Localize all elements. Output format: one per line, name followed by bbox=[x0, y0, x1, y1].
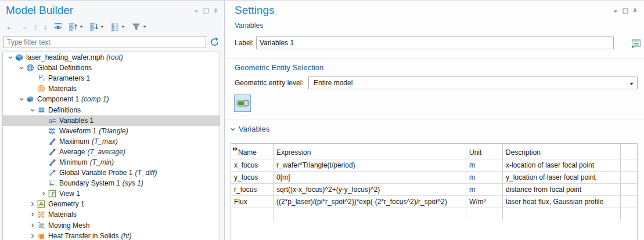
column-header-name[interactable]: Name bbox=[231, 144, 274, 159]
cell-spacer[interactable] bbox=[621, 196, 637, 208]
probe-icon bbox=[48, 147, 57, 156]
refresh-icon[interactable] bbox=[210, 37, 220, 48]
table-row-x-focus[interactable]: x_focusr_wafer*Triangle(t/period)mx-loca… bbox=[231, 159, 637, 171]
pin-icon[interactable] bbox=[213, 8, 218, 14]
label-input[interactable] bbox=[256, 37, 614, 49]
cell-expression[interactable]: r_wafer*Triangle(t/period) bbox=[274, 159, 466, 171]
up-icon[interactable]: ↑ bbox=[33, 22, 39, 31]
window-menu-icon[interactable] bbox=[613, 9, 618, 14]
tree-item-label: Component 1 bbox=[37, 95, 79, 103]
float-icon[interactable] bbox=[623, 8, 628, 14]
tree-item-maximum[interactable]: Maximum(T_max) bbox=[3, 136, 220, 147]
column-header-description[interactable]: Description bbox=[503, 144, 621, 159]
table-corner-icon[interactable] bbox=[232, 145, 239, 153]
window-menu-icon[interactable] bbox=[193, 9, 199, 14]
cell-unit[interactable]: m bbox=[466, 172, 503, 183]
cell-expression[interactable] bbox=[274, 208, 466, 220]
show-icon[interactable] bbox=[52, 21, 64, 32]
tree-item-heat-transfer-in-solids[interactable]: Heat Transfer in Solids(ht) bbox=[3, 231, 220, 240]
chevron-spacer bbox=[39, 117, 48, 125]
chevron-right-icon[interactable] bbox=[28, 200, 37, 208]
cell-spacer[interactable] bbox=[621, 159, 637, 171]
tree-item-moving-mesh[interactable]: Moving Mesh bbox=[3, 220, 220, 231]
chevron-down-icon[interactable] bbox=[28, 106, 37, 114]
cell-description[interactable]: x-location of laser focal point bbox=[503, 159, 621, 171]
back-icon[interactable]: ← bbox=[5, 22, 15, 31]
pin-icon[interactable] bbox=[632, 8, 638, 14]
geometric-entity-selection-header[interactable]: Geometric Entity Selection bbox=[235, 63, 323, 72]
tree-item-materials[interactable]: Materials bbox=[3, 83, 220, 94]
chevron-right-icon[interactable] bbox=[28, 221, 37, 230]
cell-description[interactable]: laser heat flux, Gaussian profile bbox=[503, 196, 621, 208]
filter-icon[interactable] bbox=[130, 21, 148, 32]
tree-item-geometry-1[interactable]: Geometry 1 bbox=[3, 199, 220, 209]
cell-description[interactable] bbox=[503, 208, 621, 220]
table-row-empty[interactable] bbox=[231, 208, 637, 220]
model-tree-node-text-icon[interactable] bbox=[109, 21, 127, 32]
active-toggle-button[interactable] bbox=[234, 94, 251, 112]
cell-unit[interactable]: W/m² bbox=[466, 196, 503, 208]
tree-item-global-definitions[interactable]: Global Definitions bbox=[3, 63, 220, 73]
parameters-icon: Pi bbox=[37, 74, 46, 83]
geometric-entity-level-select[interactable]: Entire model bbox=[308, 77, 638, 89]
expand-icon[interactable] bbox=[88, 21, 106, 32]
down-icon[interactable]: ↓ bbox=[42, 22, 49, 31]
variables-section-header[interactable]: Variables bbox=[230, 125, 269, 133]
tree-item-label: Global Definitions bbox=[37, 64, 92, 72]
tree-item-materials[interactable]: Materials bbox=[3, 209, 220, 220]
column-header-unit[interactable]: Unit bbox=[466, 144, 503, 159]
cell-expression[interactable]: ((2*p_laser)/(pi*r_spot^2))*exp(-(2*r_fo… bbox=[274, 196, 466, 208]
tree-item-parameters-1[interactable]: PiParameters 1 bbox=[3, 73, 220, 83]
table-row-y-focus[interactable]: y_focus0[m]my_location of laser focal po… bbox=[231, 171, 637, 183]
cell-name[interactable]: r_focus bbox=[231, 184, 274, 195]
geometric-entity-level-row: Geometric entity level: Entire model bbox=[235, 77, 638, 89]
cell-expression[interactable]: 0[m] bbox=[274, 172, 466, 183]
tree-item-label: Variables 1 bbox=[59, 117, 93, 125]
tree-item-boundary-system-1[interactable]: Boundary System 1(sys 1) bbox=[3, 178, 220, 188]
cell-expression[interactable]: sqrt((x-x_focus)^2+(y-y_focus)^2) bbox=[274, 184, 466, 195]
tree-item-label: laser_heating_wafer.mph bbox=[26, 53, 104, 61]
cell-unit[interactable]: m bbox=[466, 184, 503, 195]
cell-spacer[interactable] bbox=[621, 184, 637, 195]
tree-item-tag: (T_max) bbox=[92, 137, 118, 146]
tree-item-view-1[interactable]: View 1 bbox=[3, 188, 220, 199]
cell-description[interactable]: y_location of laser focal point bbox=[503, 172, 621, 183]
cell-name[interactable]: y_focus bbox=[231, 172, 274, 183]
table-row-r-focus[interactable]: r_focussqrt((x-x_focus)^2+(y-y_focus)^2)… bbox=[231, 183, 637, 195]
cell-name[interactable]: x_focus bbox=[231, 159, 274, 171]
cell-unit[interactable]: m bbox=[466, 159, 503, 171]
column-header-expression[interactable]: Expression bbox=[274, 144, 466, 159]
cell-name[interactable]: Flux bbox=[231, 196, 274, 208]
model-builder-title: Model Builder bbox=[6, 4, 73, 17]
tree-filter-input[interactable] bbox=[3, 36, 206, 48]
column-header-label: Unit bbox=[469, 148, 481, 157]
chevron-right-icon[interactable] bbox=[28, 232, 37, 240]
tree-item-waveform-1[interactable]: Waveform 1(Triangle) bbox=[3, 126, 220, 136]
tree-item-variables-1[interactable]: a=Variables 1 bbox=[3, 115, 220, 126]
column-header-spacer[interactable] bbox=[621, 144, 637, 159]
cell-spacer[interactable] bbox=[621, 172, 637, 183]
variables-icon: a= bbox=[48, 116, 57, 125]
cell-description[interactable]: distance from focal point bbox=[503, 184, 621, 195]
chevron-down-icon[interactable] bbox=[6, 53, 15, 61]
float-icon[interactable] bbox=[203, 8, 209, 14]
forward-icon[interactable]: → bbox=[19, 22, 29, 31]
chevron-right-icon[interactable] bbox=[39, 190, 48, 198]
collapse-icon[interactable] bbox=[67, 21, 85, 32]
chevron-right-icon[interactable] bbox=[28, 210, 37, 219]
tree-item-global-variable-probe-1[interactable]: Global Variable Probe 1(T_diff) bbox=[3, 168, 220, 178]
cell-spacer[interactable] bbox=[621, 208, 637, 220]
cell-name[interactable] bbox=[231, 208, 274, 220]
chevron-down-icon[interactable] bbox=[17, 64, 26, 72]
tree-item-laser-heating-wafer-mph[interactable]: laser_heating_wafer.mph(root) bbox=[3, 52, 220, 63]
cell-unit[interactable] bbox=[466, 208, 503, 220]
rename-icon[interactable] bbox=[629, 36, 643, 50]
tree-item-label: Materials bbox=[48, 85, 77, 93]
tree-item-average[interactable]: Average(T_average) bbox=[3, 147, 220, 157]
tree-item-component-1[interactable]: Component 1(comp 1) bbox=[3, 94, 220, 104]
tree-item-definitions[interactable]: Definitions bbox=[3, 104, 220, 115]
tree-item-minimum[interactable]: Minimum(T_min) bbox=[3, 157, 220, 168]
table-row-flux[interactable]: Flux((2*p_laser)/(pi*r_spot^2))*exp(-(2*… bbox=[231, 195, 637, 208]
chevron-down-icon[interactable] bbox=[17, 95, 26, 103]
tree-item-label: Heat Transfer in Solids bbox=[48, 232, 118, 240]
